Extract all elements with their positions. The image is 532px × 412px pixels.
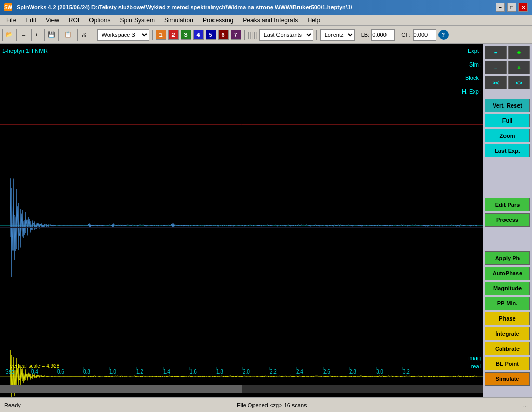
lb-label: LB: bbox=[361, 32, 370, 38]
spacer-9 bbox=[485, 244, 530, 250]
menu-file[interactable]: File bbox=[2, 16, 20, 25]
num-btn-6[interactable]: 6 bbox=[218, 30, 229, 40]
spacer-5 bbox=[485, 182, 530, 189]
minus-button[interactable]: – bbox=[19, 29, 29, 41]
menu-help[interactable]: Help bbox=[303, 16, 324, 25]
separator-1 bbox=[94, 30, 94, 40]
x-label-06: 0.6 bbox=[57, 369, 64, 375]
num-btn-7[interactable]: 7 bbox=[231, 30, 241, 40]
minimize-button[interactable]: – bbox=[496, 3, 505, 12]
num-btn-1[interactable]: 1 bbox=[156, 30, 166, 40]
real-label: real bbox=[471, 363, 481, 369]
spacer-2 bbox=[485, 159, 530, 165]
menu-simulation[interactable]: Simulation bbox=[160, 16, 197, 25]
menu-spin-system[interactable]: Spin System bbox=[116, 16, 159, 25]
x-label-24: 2.4 bbox=[296, 369, 303, 375]
hexp-controls: >< <> bbox=[485, 76, 530, 89]
open-button[interactable]: 📂 bbox=[2, 29, 17, 41]
main-area: 1-heptyn 1H NMR Expt: Sim: Block: H. Exp… bbox=[0, 44, 532, 397]
expt-controls: – + bbox=[485, 46, 530, 59]
menu-options[interactable]: Options bbox=[85, 16, 114, 25]
menu-edit[interactable]: Edit bbox=[21, 16, 41, 25]
last-constants-dropdown[interactable]: Last Constants bbox=[259, 29, 313, 41]
spectrum-area[interactable]: 1-heptyn 1H NMR Expt: Sim: Block: H. Exp… bbox=[0, 44, 483, 397]
menu-bar: File Edit View ROI Options Spin System S… bbox=[0, 15, 532, 26]
num-btn-5[interactable]: 5 bbox=[206, 30, 216, 40]
expt-label: Expt: bbox=[468, 48, 481, 54]
num-btn-3[interactable]: 3 bbox=[181, 30, 191, 40]
title-bar: SW SpinWorks 4.2 (2015/06/24) D:\Teksty … bbox=[0, 0, 532, 15]
gf-label: GF: bbox=[401, 32, 410, 38]
sim-plus-button[interactable]: + bbox=[508, 61, 530, 74]
sim-controls: – + bbox=[485, 61, 530, 74]
calibrate-button[interactable]: Calibrate bbox=[485, 342, 530, 355]
save-button[interactable]: 💾 bbox=[44, 29, 59, 41]
toolbar: 📂 – + 💾 📋 🖨 Workspace 3 Workspace 1 Work… bbox=[0, 26, 532, 44]
expt-plus-button[interactable]: + bbox=[508, 46, 530, 59]
process-button[interactable]: Process bbox=[485, 213, 530, 227]
apply-ph-button[interactable]: Apply Ph bbox=[485, 251, 530, 265]
bl-point-button[interactable]: BL Point bbox=[485, 357, 530, 370]
num-btn-4[interactable]: 4 bbox=[193, 30, 204, 40]
separator-4 bbox=[316, 30, 317, 40]
menu-view[interactable]: View bbox=[42, 16, 63, 25]
vert-reset-button[interactable]: Vert. Reset bbox=[485, 99, 530, 112]
integrate-button[interactable]: Integrate bbox=[485, 327, 530, 340]
spacer-6 bbox=[485, 190, 530, 196]
x-label-22: 2.2 bbox=[270, 369, 277, 375]
x-label-14: 1.4 bbox=[163, 369, 170, 375]
app-title: SpinWorks 4.2 (2015/06/24) D:\Teksty słu… bbox=[17, 4, 352, 10]
x-label-12: 1.2 bbox=[136, 369, 143, 375]
x-unit: Sec bbox=[5, 369, 14, 375]
x-label-30: 3.0 bbox=[376, 369, 383, 375]
help-button[interactable]: ? bbox=[438, 30, 449, 40]
scrollbar[interactable] bbox=[0, 385, 483, 393]
app-icon: SW bbox=[4, 3, 12, 11]
x-label-32: 3.2 bbox=[403, 369, 410, 375]
window-controls: – □ ✕ bbox=[496, 3, 528, 12]
spacer-1 bbox=[485, 91, 530, 97]
status-dots: ... bbox=[523, 402, 528, 408]
x-label-16: 1.6 bbox=[190, 369, 197, 375]
menu-roi[interactable]: ROI bbox=[64, 16, 84, 25]
zoom-button[interactable]: Zoom bbox=[485, 129, 530, 142]
expt-minus-button[interactable]: – bbox=[485, 46, 507, 59]
full-button[interactable]: Full bbox=[485, 114, 530, 127]
imag-label: imag bbox=[468, 355, 481, 361]
block-label: Block: bbox=[465, 75, 481, 81]
spacer-8 bbox=[485, 236, 530, 242]
spacer-4 bbox=[485, 175, 530, 181]
workspace-select[interactable]: Workspace 3 Workspace 1 Workspace 2 bbox=[97, 29, 149, 41]
print-button[interactable]: 🖨 bbox=[77, 29, 90, 41]
hexp-right-button[interactable]: <> bbox=[508, 76, 530, 89]
title-text: SW SpinWorks 4.2 (2015/06/24) D:\Teksty … bbox=[4, 3, 352, 11]
autophase-button[interactable]: AutoPhase bbox=[485, 267, 530, 280]
vert-sep-icon: ||||| bbox=[248, 31, 257, 39]
x-label-18: 1.8 bbox=[216, 369, 223, 375]
edit-pars-button[interactable]: Edit Pars bbox=[485, 198, 530, 211]
close-button[interactable]: ✕ bbox=[518, 3, 528, 12]
spacer-7 bbox=[485, 228, 530, 234]
menu-processing[interactable]: Processing bbox=[198, 16, 237, 25]
simulate-button[interactable]: Simulate bbox=[485, 372, 530, 386]
file-info: File Opened <zg> 16 scans bbox=[31, 402, 513, 408]
spectrum-canvas bbox=[0, 44, 483, 397]
lorentz-dropdown[interactable]: Lorentz bbox=[320, 29, 355, 41]
separator-2 bbox=[152, 30, 153, 40]
lb-input[interactable] bbox=[371, 29, 395, 41]
x-label-26: 2.6 bbox=[323, 369, 330, 375]
scroll-thumb[interactable] bbox=[0, 385, 242, 393]
magnitude-button[interactable]: Magnitude bbox=[485, 282, 530, 295]
num-btn-2[interactable]: 2 bbox=[168, 30, 179, 40]
hexp-left-button[interactable]: >< bbox=[485, 76, 507, 89]
menu-peaks-integrals[interactable]: Peaks and Integrals bbox=[238, 16, 302, 25]
copy-button[interactable]: 📋 bbox=[61, 29, 75, 41]
pp-min-button[interactable]: PP Min. bbox=[485, 297, 530, 310]
sim-minus-button[interactable]: – bbox=[485, 61, 507, 74]
plus-button[interactable]: + bbox=[31, 29, 42, 41]
last-exp-button[interactable]: Last Exp. bbox=[485, 144, 530, 157]
hexp-label: H. Exp: bbox=[462, 88, 481, 95]
maximize-button[interactable]: □ bbox=[507, 3, 516, 12]
gf-input[interactable] bbox=[413, 29, 436, 41]
phase-button[interactable]: Phase bbox=[485, 312, 530, 325]
